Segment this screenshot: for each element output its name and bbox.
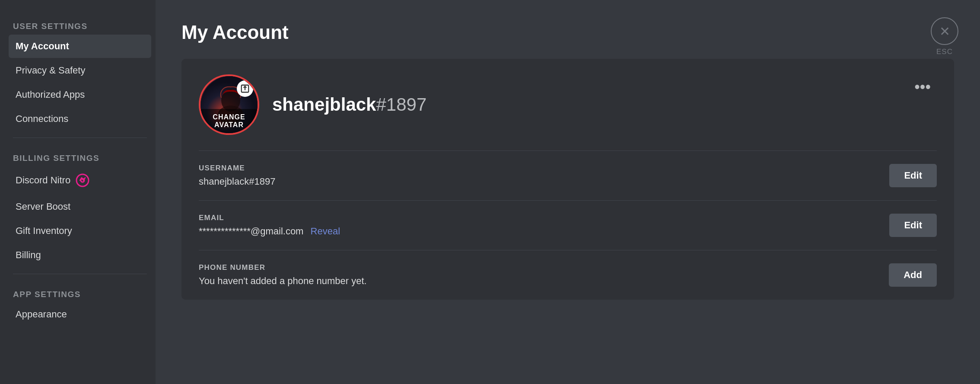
sidebar-item-my-account[interactable]: My Account bbox=[9, 35, 151, 58]
sidebar-item-discord-nitro[interactable]: Discord Nitro bbox=[9, 166, 151, 194]
profile-card: CHANGEAVATAR shanejblack#1897 ••• USERNA… bbox=[181, 59, 954, 300]
sidebar: USER SETTINGS My Account Privacy & Safet… bbox=[0, 0, 156, 384]
more-options-button[interactable]: ••• bbox=[908, 74, 937, 99]
upload-icon bbox=[237, 80, 253, 97]
email-label: EMAIL bbox=[199, 214, 340, 222]
sidebar-item-label: Privacy & Safety bbox=[16, 65, 85, 76]
svg-point-0 bbox=[76, 174, 89, 186]
sidebar-item-label: Authorized Apps bbox=[16, 89, 85, 100]
close-icon: ✕ bbox=[939, 24, 950, 39]
profile-banner: CHANGEAVATAR shanejblack#1897 ••• bbox=[181, 59, 954, 150]
change-avatar-label: CHANGEAVATAR bbox=[200, 109, 258, 133]
email-masked: **************@gmail.com bbox=[199, 226, 303, 237]
sidebar-divider-billing bbox=[13, 138, 147, 138]
phone-label: PHONE NUMBER bbox=[199, 263, 367, 272]
sidebar-divider-app bbox=[13, 274, 147, 274]
user-settings-label: USER SETTINGS bbox=[9, 13, 151, 35]
esc-label: ESC bbox=[936, 48, 953, 56]
email-edit-button[interactable]: Edit bbox=[889, 214, 937, 237]
sidebar-item-authorized-apps[interactable]: Authorized Apps bbox=[9, 83, 151, 106]
close-button-wrapper: ✕ ESC bbox=[931, 17, 958, 56]
sidebar-item-gift-inventory[interactable]: Gift Inventory bbox=[9, 219, 151, 243]
sidebar-item-label: Server Boost bbox=[16, 201, 70, 212]
phone-value: You haven't added a phone number yet. bbox=[199, 275, 367, 287]
profile-username-display: shanejblack#1897 bbox=[272, 94, 426, 115]
avatar-change-button[interactable]: CHANGEAVATAR bbox=[199, 74, 259, 135]
username-edit-button[interactable]: Edit bbox=[889, 164, 937, 187]
reveal-email-link[interactable]: Reveal bbox=[311, 226, 340, 237]
email-field-group: EMAIL **************@gmail.com Reveal bbox=[199, 214, 340, 237]
svg-point-1 bbox=[81, 179, 84, 182]
sidebar-item-billing[interactable]: Billing bbox=[9, 243, 151, 267]
phone-row: PHONE NUMBER You haven't added a phone n… bbox=[199, 250, 937, 300]
close-button[interactable]: ✕ bbox=[931, 17, 958, 45]
username-row: USERNAME shanejblack#1897 Edit bbox=[199, 150, 937, 200]
discriminator-text: #1897 bbox=[376, 94, 426, 115]
sidebar-item-label: Billing bbox=[16, 250, 41, 261]
sidebar-item-appearance[interactable]: Appearance bbox=[9, 303, 151, 326]
username-value: shanejblack#1897 bbox=[199, 176, 275, 187]
nitro-icon bbox=[75, 173, 90, 188]
phone-add-button[interactable]: Add bbox=[889, 263, 937, 287]
billing-settings-label: BILLING SETTINGS bbox=[9, 145, 151, 166]
username-label: USERNAME bbox=[199, 164, 275, 173]
sidebar-item-label: My Account bbox=[16, 41, 69, 52]
sidebar-item-privacy-safety[interactable]: Privacy & Safety bbox=[9, 59, 151, 82]
profile-username: shanejblack#1897 bbox=[272, 94, 426, 115]
app-settings-label: APP SETTINGS bbox=[9, 281, 151, 303]
sidebar-item-label: Connections bbox=[16, 113, 68, 125]
info-section: USERNAME shanejblack#1897 Edit EMAIL ***… bbox=[181, 150, 954, 300]
sidebar-item-label: Appearance bbox=[16, 309, 67, 320]
page-title: My Account bbox=[181, 22, 954, 43]
sidebar-item-label: Discord Nitro bbox=[16, 175, 70, 186]
email-row: EMAIL **************@gmail.com Reveal Ed… bbox=[199, 200, 937, 250]
phone-field-group: PHONE NUMBER You haven't added a phone n… bbox=[199, 263, 367, 287]
username-field-group: USERNAME shanejblack#1897 bbox=[199, 164, 275, 187]
email-value: **************@gmail.com Reveal bbox=[199, 226, 340, 237]
sidebar-item-server-boost[interactable]: Server Boost bbox=[9, 195, 151, 218]
main-content: ✕ ESC My Account bbox=[156, 0, 980, 384]
sidebar-item-label: Gift Inventory bbox=[16, 225, 72, 237]
username-text: shanejblack bbox=[272, 94, 376, 115]
sidebar-item-connections[interactable]: Connections bbox=[9, 107, 151, 131]
